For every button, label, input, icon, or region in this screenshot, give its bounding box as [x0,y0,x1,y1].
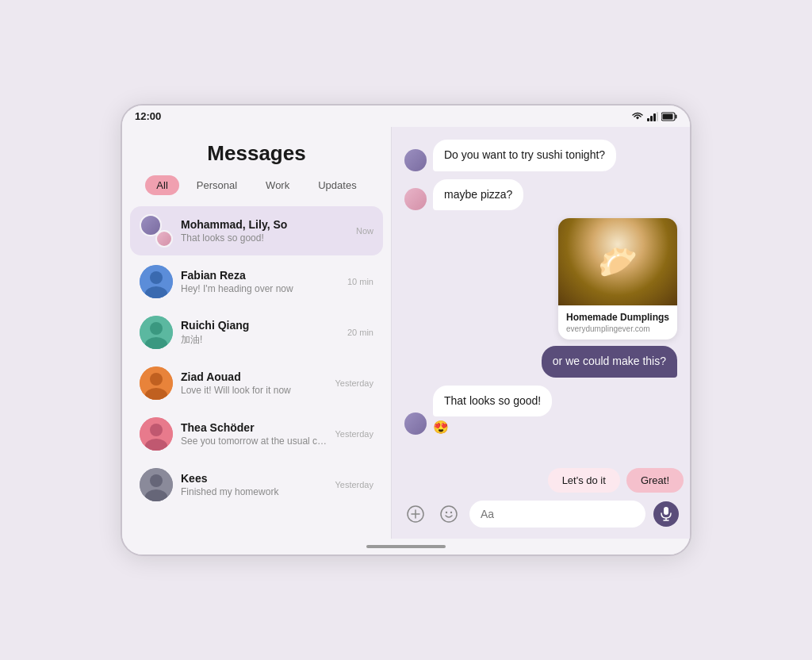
status-time: 12:00 [135,110,161,122]
home-indicator [122,539,690,554]
conv-time: Now [356,226,373,236]
conv-name: Thea Schöder [181,421,327,434]
conversation-item[interactable]: Ruichi Qiang 加油! 20 min [130,308,383,357]
add-button[interactable] [403,501,428,527]
avatar [140,214,173,248]
svg-rect-1 [650,116,653,121]
filter-tab-all[interactable]: All [145,175,178,195]
signal-icon [647,112,658,121]
conversation-item[interactable]: Fabian Reza Hey! I'm heading over now 10… [130,257,383,306]
filter-tabs: All Personal Work Updates [122,175,391,206]
device-frame: 12:00 Mess [121,104,691,556]
conv-preview: Hey! I'm heading over now [181,283,339,294]
conv-info: Kees Finished my homework [181,472,327,497]
plus-circle-icon [407,505,424,523]
conv-preview: That looks so good! [181,232,348,244]
conv-name: Ziad Aouad [181,370,327,383]
conv-info: Ruichi Qiang 加油! [181,319,339,347]
link-card-title: Homemade Dumplings [566,312,669,323]
message-input[interactable] [469,501,645,528]
chat-input-area [392,493,690,539]
mic-button[interactable] [653,501,679,527]
conv-name: Ruichi Qiang [181,319,339,332]
avatar [404,412,427,435]
link-card-body: Homemade Dumplings everydumplingever.com [558,305,677,340]
avatar [140,417,173,451]
emoji-button[interactable] [436,501,462,527]
svg-point-11 [150,322,163,335]
status-icons [631,112,677,121]
svg-point-27 [450,512,452,513]
link-card-image [558,218,677,305]
svg-rect-6 [663,113,673,119]
conv-time: Yesterday [335,480,373,489]
svg-rect-2 [653,113,656,121]
svg-rect-3 [657,112,658,121]
conv-name: Kees [181,472,327,485]
quick-reply-lets-do-it[interactable]: Let's do it [548,468,620,493]
status-bar: 12:00 [122,106,690,127]
main-content: Messages All Personal Work Updates Moham… [122,127,690,539]
conv-info: Fabian Reza Hey! I'm heading over now [181,269,339,294]
wifi-icon [631,112,644,121]
avatar [140,468,173,501]
message-row: Do you want to try sushi tonight? [404,140,677,171]
conv-info: Ziad Aouad Love it! Will look for it now [181,370,327,396]
message-row: Homemade Dumplings everydumplingever.com… [404,218,677,378]
svg-point-26 [446,512,447,513]
avatar [140,265,173,298]
message-bubble: That looks so good! [433,386,552,417]
conversation-item[interactable]: Kees Finished my homework Yesterday [130,460,383,509]
conversation-item[interactable]: Mohammad, Lily, So That looks so good! N… [130,206,383,255]
svg-rect-5 [676,114,677,118]
conv-time: Yesterday [335,378,373,388]
filter-tab-work[interactable]: Work [255,175,301,195]
messages-title: Messages [122,127,391,175]
conversation-item[interactable]: Ziad Aouad Love it! Will look for it now… [130,359,383,408]
svg-point-14 [150,373,163,386]
conv-time: 20 min [347,328,373,337]
conv-name: Fabian Reza [181,269,339,282]
svg-rect-0 [647,118,649,121]
filter-tab-updates[interactable]: Updates [307,175,367,195]
conv-info: Mohammad, Lily, So That looks so good! [181,218,348,244]
quick-replies: Let's do it Great! [392,468,690,493]
svg-point-17 [150,424,163,436]
left-panel: Messages All Personal Work Updates Moham… [122,127,392,539]
conv-preview: Finished my homework [181,486,327,497]
svg-point-25 [441,506,457,522]
link-card: Homemade Dumplings everydumplingever.com [558,218,677,340]
mic-icon [661,507,672,521]
svg-point-20 [150,474,163,487]
avatar [404,149,427,171]
home-bar [366,545,446,548]
conv-time: Yesterday [335,429,373,439]
right-panel: Do you want to try sushi tonight? maybe … [392,127,690,539]
avatar [140,316,173,349]
link-card-url: everydumplingever.com [566,324,669,333]
conv-preview: Love it! Will look for it now [181,385,327,396]
svg-point-8 [150,271,163,284]
conv-preview: See you tomorrow at the usual cafe? [181,436,327,447]
battery-icon [661,112,677,121]
conv-preview: 加油! [181,333,339,347]
avatar [140,366,173,400]
message-row: That looks so good! 😍 [404,386,677,436]
svg-rect-28 [664,507,668,515]
filter-tab-personal[interactable]: Personal [186,175,248,195]
chat-messages: Do you want to try sushi tonight? maybe … [392,127,690,468]
conv-name: Mohammad, Lily, So [181,218,348,231]
message-row: maybe pizza? [404,179,677,211]
message-bubble: Do you want to try sushi tonight? [433,140,616,171]
reaction-emoji: 😍 [433,420,552,435]
message-bubble: maybe pizza? [433,179,523,211]
message-bubble: or we could make this? [542,346,677,378]
conv-time: 10 min [347,277,373,286]
conv-info: Thea Schöder See you tomorrow at the usu… [181,421,327,447]
conversation-list: Mohammad, Lily, So That looks so good! N… [122,206,391,539]
avatar [404,188,427,210]
quick-reply-great[interactable]: Great! [626,468,684,493]
emoji-icon [440,505,458,523]
conversation-item[interactable]: Thea Schöder See you tomorrow at the usu… [130,409,383,459]
reaction-area: That looks so good! 😍 [433,386,552,436]
